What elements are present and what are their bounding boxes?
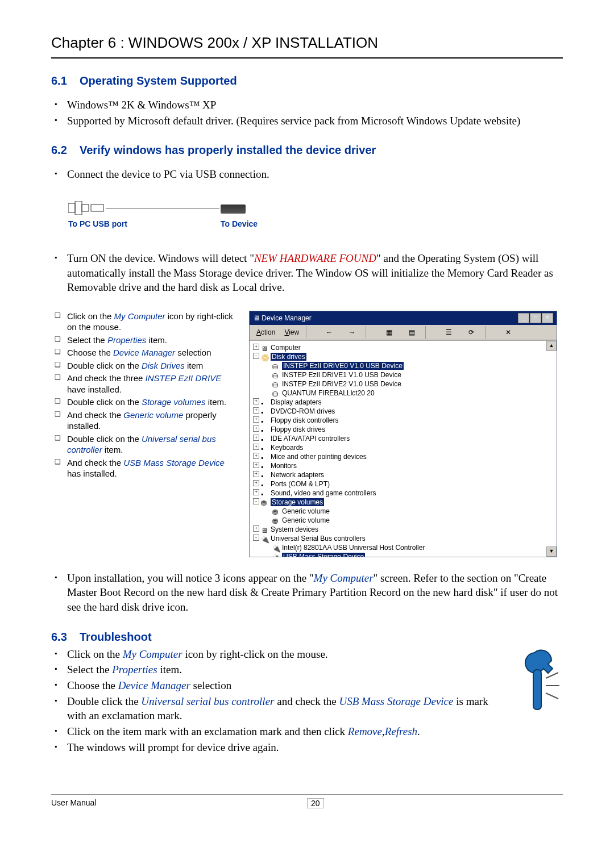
tree-item[interactable]: +▪Keyboards <box>253 443 553 452</box>
tree-item[interactable]: +▪Monitors <box>253 461 553 470</box>
toolbar-forward-button[interactable]: → <box>341 325 363 340</box>
tree-item[interactable]: +▪Mice and other pointing devices <box>253 452 553 461</box>
device-icon: ▪ <box>261 490 269 497</box>
toolbar-back-button[interactable]: ← <box>318 325 340 340</box>
collapse-icon[interactable]: - <box>253 535 259 541</box>
expand-icon[interactable]: + <box>253 407 259 414</box>
tree-item-label: INSTEP EzII DRIVE1 V1.0 USB Device <box>282 371 401 379</box>
tree-item[interactable]: -📀Disk drives <box>253 352 553 361</box>
tree-item[interactable]: +▪DVD/CD-ROM drives <box>253 407 553 416</box>
storage-icon: ⛃ <box>261 499 269 506</box>
expand-icon[interactable]: + <box>253 435 259 441</box>
tree-item-label: USB Mass Storage Device <box>282 553 365 557</box>
device-icon: ▪ <box>261 436 269 443</box>
tree-item[interactable]: 🔌USB Mass Storage Device <box>253 552 553 557</box>
collapse-icon[interactable]: - <box>253 353 259 359</box>
text: And check the <box>67 458 123 468</box>
section-6-3-title: Troubleshoot <box>80 631 152 643</box>
text: and check the <box>274 695 339 707</box>
window-icon: 🖥 <box>253 314 260 322</box>
volume-icon: ⛃ <box>272 518 280 524</box>
text: item. <box>205 397 226 407</box>
device-manager-window: 🖥 Device Manager _ □ × AActionction View… <box>249 311 557 557</box>
expand-icon[interactable]: + <box>253 471 259 477</box>
expand-icon[interactable]: + <box>253 462 259 468</box>
tree-item-label: Generic volume <box>282 507 330 515</box>
list-item: Click on the My Computer icon by right-c… <box>67 311 239 333</box>
chapter-divider <box>51 57 563 59</box>
close-button[interactable]: × <box>542 313 553 323</box>
expand-icon[interactable]: + <box>253 525 259 532</box>
expand-icon[interactable]: + <box>253 344 259 350</box>
list-item: Choose the Device Manager selection <box>67 347 239 358</box>
expand-icon[interactable]: + <box>253 416 259 423</box>
list-item: Select the Properties item. <box>67 335 239 346</box>
tree-item[interactable]: +▪Display adapters <box>253 398 553 407</box>
expand-icon[interactable]: + <box>253 425 259 432</box>
menu-action[interactable]: AActionction <box>252 327 280 337</box>
tree-item[interactable]: +▪Ports (COM & LPT) <box>253 479 553 489</box>
tree-item[interactable]: 🔌Intel(r) 82801AA USB Universal Host Con… <box>253 543 553 552</box>
text: Click on the <box>67 311 114 321</box>
expand-icon[interactable]: + <box>253 398 259 404</box>
menu-view[interactable]: View <box>280 327 304 337</box>
toolbar-button[interactable]: ▦ <box>378 325 400 340</box>
expand-icon[interactable]: + <box>253 480 259 486</box>
text: . <box>417 725 420 737</box>
device-icon: ▪ <box>261 408 269 415</box>
expand-icon[interactable]: + <box>253 444 259 450</box>
tree-item[interactable]: ⛁INSTEP EzII DRIVE2 V1.0 USB Device <box>253 379 553 389</box>
section-6-2-step3: Upon installation, you will notice 3 ico… <box>51 571 563 615</box>
collapse-icon[interactable]: - <box>253 498 259 504</box>
tree-item-label: Keyboards <box>271 444 303 452</box>
list-item: Turn ON the device. Windows will detect … <box>67 251 563 295</box>
device-icon: ▪ <box>261 399 269 406</box>
italic-link-text: Universal serial bus controller <box>141 695 274 707</box>
disk-icon: ⛁ <box>272 363 280 370</box>
tree-item-label: Computer <box>271 344 301 352</box>
text: Choose the <box>67 679 118 691</box>
tree-item[interactable]: +🖥System devices <box>253 525 553 534</box>
svg-rect-0 <box>68 203 75 212</box>
toolbar-refresh-button[interactable]: ⟳ <box>460 325 482 340</box>
tree-item[interactable]: ⛁INSTEP EzII DRIVE0 V1.0 USB Device <box>253 361 553 370</box>
tree-item-label: Floppy disk drives <box>271 425 325 433</box>
tree-item[interactable]: +▪Network adapters <box>253 470 553 479</box>
tree-item[interactable]: +🖥Computer <box>253 343 553 352</box>
tree-item[interactable]: +▪Sound, video and game controllers <box>253 489 553 498</box>
disk-icon: ⛁ <box>272 381 280 388</box>
tree-item-label: Sound, video and game controllers <box>271 489 376 497</box>
tree-item[interactable]: ⛃Generic volume <box>253 507 553 516</box>
maximize-button[interactable]: □ <box>530 313 541 323</box>
tree-item[interactable]: +▪IDE ATA/ATAPI controllers <box>253 434 553 443</box>
cable-line <box>106 208 219 208</box>
tree-item[interactable]: +▪Floppy disk controllers <box>253 416 553 425</box>
list-item: Choose the Device Manager selection <box>67 678 563 693</box>
toolbar-properties-button[interactable]: ☰ <box>438 325 459 340</box>
list-item: Supported by Microsoft default driver. (… <box>67 114 563 128</box>
list-item: Click on the item mark with an exclamati… <box>67 724 563 739</box>
italic-link-text: Device Manager <box>113 348 175 357</box>
tree-item[interactable]: +▪Floppy disk drives <box>253 425 553 434</box>
toolbar-button[interactable]: ✕ <box>497 325 519 340</box>
tree-item-label: Floppy disk controllers <box>271 416 338 424</box>
system-icon: 🖥 <box>261 527 269 533</box>
list-item: Double click on the Universal serial bus… <box>67 433 239 456</box>
section-6-2-num: 6.2 <box>51 144 80 157</box>
expand-icon[interactable]: + <box>253 489 259 495</box>
footer-page-number: 20 <box>307 798 324 808</box>
device-manager-menubar: AActionction View ← → ▦ ▤ ☰ ⟳ ✕ <box>250 325 557 340</box>
tree-item[interactable]: ⛁QUANTUM FIREBALLlct20 20 <box>253 389 553 398</box>
minimize-button[interactable]: _ <box>518 313 529 323</box>
list-item: Double click the Universal serial bus co… <box>67 694 563 723</box>
tree-item[interactable]: -🔌Universal Serial Bus controllers <box>253 534 553 543</box>
toolbar-button[interactable]: ▤ <box>401 325 422 340</box>
device-icon: ▪ <box>261 481 269 488</box>
expand-icon[interactable]: + <box>253 453 259 459</box>
tree-item[interactable]: -⛃Storage volumes <box>253 498 553 507</box>
text: Double click on the <box>67 397 142 407</box>
tree-item-label: INSTEP EzII DRIVE2 V1.0 USB Device <box>282 380 401 388</box>
list-item: Click on the My Computer icon by right-c… <box>67 647 563 662</box>
tree-item[interactable]: ⛃Generic volume <box>253 516 553 525</box>
tree-item[interactable]: ⛁INSTEP EzII DRIVE1 V1.0 USB Device <box>253 370 553 379</box>
